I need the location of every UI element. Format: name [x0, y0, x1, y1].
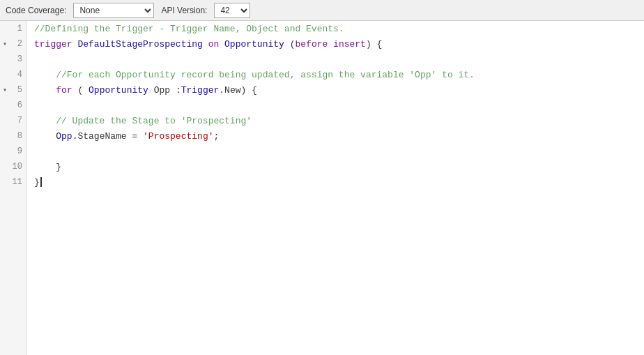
code-line-8: Opp.StageName = 'Prospecting'; [27, 128, 644, 144]
token-plain: ( [77, 85, 89, 96]
code-line-7: // Update the Stage to 'Prospecting' [27, 113, 644, 128]
line-number-5: ▾5 [0, 82, 26, 98]
code-line-10: } [27, 159, 644, 174]
token-plain: . [72, 131, 78, 142]
token-keyword: on [208, 39, 224, 50]
code-line-6 [27, 98, 644, 113]
token-keyword: insert [333, 39, 366, 50]
token-string: 'Prospecting' [143, 131, 213, 142]
code-line-4: //For each Opportunity record being upda… [27, 67, 644, 82]
coverage-label: Code Coverage: [6, 6, 66, 15]
text-cursor [40, 177, 42, 187]
code-line-3 [27, 52, 644, 67]
code-editor: 1▾234▾567891011 //Defining the Trigger -… [0, 21, 644, 355]
token-trigger-name: DefaultStageProspecting [77, 39, 208, 50]
token-keyword: for [56, 85, 77, 96]
code-content[interactable]: //Defining the Trigger - Trigger Name, O… [27, 21, 644, 355]
code-line-1: //Defining the Trigger - Trigger Name, O… [27, 21, 644, 36]
line-number-2: ▾2 [0, 36, 26, 52]
token-keyword: trigger [34, 39, 77, 50]
code-line-5: for ( Opportunity Opp :Trigger.New) { [27, 82, 644, 98]
coverage-select[interactable]: NoneRun Local TestsRun All Tests [73, 3, 154, 18]
line-number-6: 6 [0, 98, 26, 113]
token-keyword: before [296, 39, 334, 50]
token-comment: // Update the Stage to 'Prospecting' [34, 116, 252, 126]
token-plain: ( [290, 39, 296, 50]
token-comment: //For each Opportunity record being upda… [34, 70, 475, 80]
token-plain: } [34, 177, 40, 188]
token-plain: StageName [77, 131, 132, 142]
token-plain: ) { [366, 39, 382, 50]
code-line-9 [27, 144, 644, 159]
token-plain: ; [213, 131, 219, 142]
line-number-3: 3 [0, 52, 26, 67]
fold-arrow-2[interactable]: ▾ [3, 40, 10, 48]
toolbar: Code Coverage: NoneRun Local TestsRun Al… [0, 0, 644, 21]
line-numbers: 1▾234▾567891011 [0, 21, 27, 355]
line-number-1: 1 [0, 21, 26, 36]
token-plain: } [34, 162, 61, 172]
token-plain: .New) { [219, 85, 257, 96]
api-label: API Version: [161, 6, 207, 15]
token-object: Opportunity [224, 39, 290, 50]
token-object: Opportunity [89, 85, 148, 96]
line-number-4: 4 [0, 67, 26, 82]
token-object: Opp [56, 131, 72, 142]
fold-arrow-5[interactable]: ▾ [3, 86, 10, 94]
line-number-10: 10 [0, 159, 26, 174]
line-number-9: 9 [0, 144, 26, 159]
token-plain: = [132, 131, 143, 142]
token-object: Trigger [181, 85, 220, 96]
line-number-8: 8 [0, 128, 26, 144]
line-number-11: 11 [0, 174, 26, 190]
api-select[interactable]: 42414039 [214, 3, 250, 18]
token-plain [34, 131, 56, 142]
code-line-11: } [27, 174, 644, 190]
token-comment: //Defining the Trigger - Trigger Name, O… [34, 24, 344, 34]
code-line-2: trigger DefaultStageProspecting on Oppor… [27, 36, 644, 52]
token-plain [34, 85, 56, 96]
line-number-7: 7 [0, 113, 26, 128]
token-plain: Opp : [148, 85, 181, 96]
